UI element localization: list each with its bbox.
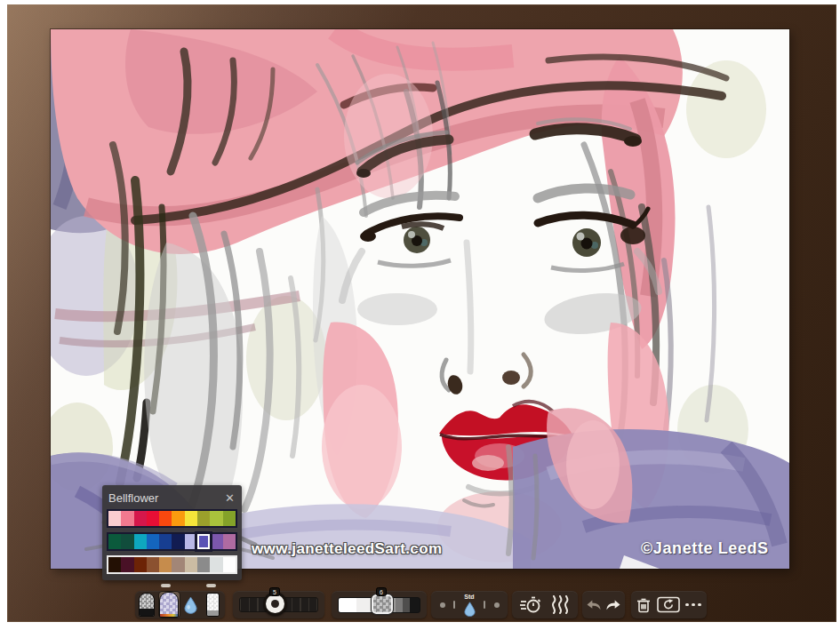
more-options-button[interactable] xyxy=(685,603,701,607)
trash-icon xyxy=(636,597,651,613)
color-swatch[interactable] xyxy=(108,557,121,572)
tone-slider-knob[interactable] xyxy=(372,594,393,614)
color-swatch[interactable] xyxy=(172,534,184,549)
color-swatch[interactable] xyxy=(210,534,222,549)
quick-dry-button[interactable] xyxy=(520,595,541,614)
water-step-bar[interactable] xyxy=(453,601,455,609)
color-swatch[interactable] xyxy=(134,534,147,549)
redo-arrow-icon xyxy=(604,598,622,611)
tool-indicator-dash xyxy=(161,584,171,587)
manage-group xyxy=(631,591,707,618)
frame-rotate-icon xyxy=(657,596,680,613)
dry-group xyxy=(512,591,578,618)
palette-row xyxy=(107,509,237,528)
color-palette-panel: Bellflower ✕ xyxy=(102,485,242,580)
close-icon[interactable]: ✕ xyxy=(225,492,235,504)
ellipsis-icon xyxy=(692,603,695,607)
color-swatch[interactable] xyxy=(197,511,210,526)
brush-tip-icon xyxy=(139,593,155,617)
water-max-dot[interactable] xyxy=(494,602,500,608)
color-swatch[interactable] xyxy=(223,557,236,572)
wet-brush-icon xyxy=(159,592,179,618)
color-swatch[interactable] xyxy=(121,557,133,572)
ellipsis-icon xyxy=(685,603,689,607)
wet-brush-tool[interactable] xyxy=(159,592,180,618)
wetness-button[interactable] xyxy=(550,595,570,614)
palette-row xyxy=(107,532,237,551)
color-swatch[interactable] xyxy=(185,557,197,572)
size-slider-track[interactable] xyxy=(239,597,318,612)
color-swatch[interactable] xyxy=(121,534,133,549)
water-step-bar[interactable] xyxy=(484,601,485,609)
tone-slider: 6 xyxy=(332,591,427,618)
water-amount-group: Std xyxy=(431,591,508,618)
history-group xyxy=(582,591,625,618)
color-swatch[interactable] xyxy=(197,557,210,572)
color-swatch[interactable] xyxy=(108,534,121,549)
water-min-dot[interactable] xyxy=(440,602,445,608)
tool-group xyxy=(135,591,225,618)
color-swatch[interactable] xyxy=(172,557,184,572)
brush-tool[interactable] xyxy=(137,592,157,618)
paper-tool[interactable] xyxy=(203,592,223,618)
color-swatch[interactable] xyxy=(108,511,121,526)
watermark-text: www.janetteleedSart.com xyxy=(252,540,443,558)
redo-button[interactable] xyxy=(604,598,622,611)
color-swatch[interactable] xyxy=(172,511,184,526)
canvas-reset-button[interactable] xyxy=(657,596,680,613)
artist-signature: ©Janette LeedS xyxy=(641,539,769,558)
palette-row xyxy=(107,555,237,574)
water-amount-standard[interactable]: Std xyxy=(464,594,476,617)
palette-title: Bellflower xyxy=(108,491,158,505)
color-swatch[interactable] xyxy=(159,557,172,572)
brush-size-slider: 5 xyxy=(233,591,324,618)
color-swatch[interactable] xyxy=(147,511,159,526)
tone-slider-badge: 6 xyxy=(376,587,387,596)
color-swatch[interactable] xyxy=(159,534,172,549)
tool-indicator-dash xyxy=(206,584,216,587)
palette-header: Bellflower ✕ xyxy=(102,485,242,508)
color-swatch[interactable] xyxy=(147,557,159,572)
color-swatch[interactable] xyxy=(210,557,222,572)
color-swatch[interactable] xyxy=(185,534,197,549)
color-swatch-selected[interactable] xyxy=(197,534,210,549)
size-slider-badge: 5 xyxy=(269,587,280,596)
color-swatch[interactable] xyxy=(210,511,222,526)
color-swatch[interactable] xyxy=(121,511,133,526)
std-label: Std xyxy=(464,594,474,601)
app-window: { "window": {"frame_color": "#47301f"}, … xyxy=(0,0,840,630)
stopwatch-speed-icon xyxy=(520,595,541,614)
color-swatch[interactable] xyxy=(223,534,236,549)
undo-arrow-icon xyxy=(585,598,603,611)
palette-rows xyxy=(102,508,242,574)
color-swatch[interactable] xyxy=(159,511,172,526)
water-drop-icon xyxy=(464,602,476,617)
color-swatch[interactable] xyxy=(134,557,147,572)
waves-icon xyxy=(550,595,570,614)
tone-slider-track[interactable] xyxy=(338,597,420,613)
paper-icon xyxy=(206,593,220,617)
undo-button[interactable] xyxy=(585,598,603,611)
water-tool[interactable] xyxy=(180,592,201,618)
color-swatch[interactable] xyxy=(185,511,197,526)
color-swatch[interactable] xyxy=(147,534,159,549)
color-swatch[interactable] xyxy=(134,511,147,526)
water-drop-icon xyxy=(184,596,197,614)
ellipsis-icon xyxy=(698,603,701,607)
delete-button[interactable] xyxy=(636,597,651,613)
color-swatch[interactable] xyxy=(223,511,236,526)
